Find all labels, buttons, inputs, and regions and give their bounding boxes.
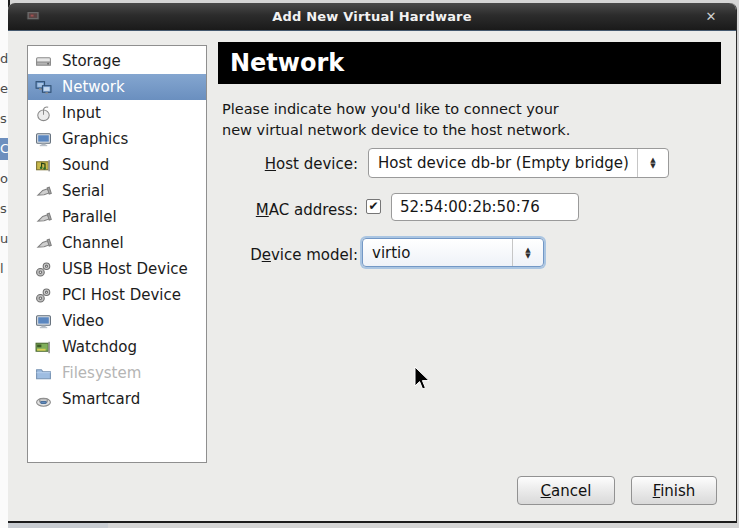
sidebar-item-watchdog[interactable]: Watchdog <box>28 334 206 360</box>
sidebar-item-label: Input <box>62 104 101 122</box>
mac-address-input[interactable] <box>391 193 579 221</box>
sidebar-item-label: Network <box>62 78 125 96</box>
sidebar-item-label: USB Host Device <box>62 260 188 278</box>
sliver-text-fragment: C <box>0 138 8 160</box>
input-mouse-icon <box>35 105 52 122</box>
spinner-arrows-icon[interactable]: ▲ ▼ <box>512 239 543 266</box>
sliver-text-fragment: e <box>0 78 8 100</box>
storage-icon <box>35 53 52 70</box>
chevron-down-icon: ▼ <box>650 163 655 169</box>
sidebar-item-label: Video <box>62 312 104 330</box>
sidebar-item-serial[interactable]: Serial <box>28 178 206 204</box>
filesystem-icon <box>35 365 52 382</box>
serial-icon <box>35 183 52 200</box>
sidebar-item-graphics[interactable]: Graphics <box>28 126 206 152</box>
cancel-button[interactable]: Cancel <box>517 476 615 505</box>
titlebar[interactable]: Add New Virtual Hardware ✕ <box>8 3 736 31</box>
sidebar-item-filesystem[interactable]: Filesystem <box>28 360 206 386</box>
instructions-line2: new virtual network device to the host n… <box>222 120 570 141</box>
sidebar-item-sound[interactable]: Sound <box>28 152 206 178</box>
sidebar-item-label: Graphics <box>62 130 128 148</box>
graphics-icon <box>35 131 52 148</box>
add-hardware-dialog: Add New Virtual Hardware ✕ StorageNetwor… <box>8 3 737 523</box>
sidebar-item-label: Sound <box>62 156 109 174</box>
instructions-line1: Please indicate how you'd like to connec… <box>222 99 570 120</box>
sidebar-item-label: Storage <box>62 52 121 70</box>
chevron-down-icon: ▼ <box>525 253 530 259</box>
sidebar-item-label: Serial <box>62 182 104 200</box>
sidebar-item-label: Channel <box>62 234 124 252</box>
sliver-text-fragment: u <box>0 228 8 250</box>
close-icon[interactable]: ✕ <box>702 8 720 26</box>
host-device-value: Host device db-br (Empty bridge) <box>369 154 637 172</box>
mac-address-checkbox[interactable]: ✔ <box>366 199 381 214</box>
sliver-text-fragment: s <box>0 108 8 130</box>
host-device-label: Host device: <box>222 155 358 173</box>
sidebar-item-storage[interactable]: Storage <box>28 48 206 74</box>
sliver-text-fragment: s <box>0 198 8 220</box>
sidebar-item-label: Smartcard <box>62 390 140 408</box>
window-app-icon <box>26 10 41 24</box>
video-icon <box>35 313 52 330</box>
sidebar-item-label: Watchdog <box>62 338 137 356</box>
device-model-value: virtio <box>363 244 512 262</box>
page-title: Network <box>230 49 344 77</box>
sidebar-list: StorageNetworkInputGraphicsSoundSerialPa… <box>27 45 207 463</box>
sidebar-item-label: Parallel <box>62 208 117 226</box>
page-title-banner: Network <box>218 42 721 84</box>
sidebar-item-network[interactable]: Network <box>28 74 206 100</box>
sidebar-item-label: PCI Host Device <box>62 286 181 304</box>
sliver-text-fragment: d <box>0 48 8 70</box>
finish-button[interactable]: Finish <box>631 476 717 505</box>
pci-host-device-icon <box>35 287 52 304</box>
sliver-text-fragment: o <box>0 168 8 190</box>
sliver-text-fragment: l <box>0 258 8 280</box>
device-model-label: Device model: <box>222 246 358 264</box>
parallel-icon <box>35 209 52 226</box>
sidebar-item-usb-host-device[interactable]: USB Host Device <box>28 256 206 282</box>
sound-icon <box>35 157 52 174</box>
spinner-arrows-icon[interactable]: ▲ ▼ <box>637 149 668 177</box>
channel-icon <box>35 235 52 252</box>
sidebar-item-pci-host-device[interactable]: PCI Host Device <box>28 282 206 308</box>
watchdog-icon <box>35 339 52 356</box>
device-model-select[interactable]: virtio ▲ ▼ <box>362 238 544 267</box>
sidebar-item-video[interactable]: Video <box>28 308 206 334</box>
sidebar-item-input[interactable]: Input <box>28 100 206 126</box>
host-device-select[interactable]: Host device db-br (Empty bridge) ▲ ▼ <box>368 148 669 178</box>
smartcard-icon <box>35 391 52 408</box>
network-icon <box>35 79 52 96</box>
usb-host-device-icon <box>35 261 52 278</box>
instructions-text: Please indicate how you'd like to connec… <box>222 99 570 141</box>
sidebar-item-parallel[interactable]: Parallel <box>28 204 206 230</box>
mac-address-label: MAC address: <box>222 201 358 219</box>
sidebar-item-label: Filesystem <box>62 364 141 382</box>
sidebar-item-smartcard[interactable]: Smartcard <box>28 386 206 412</box>
window-title: Add New Virtual Hardware <box>8 9 736 24</box>
sidebar-item-channel[interactable]: Channel <box>28 230 206 256</box>
mouse-cursor <box>411 366 431 392</box>
checkmark-icon: ✔ <box>368 199 378 213</box>
